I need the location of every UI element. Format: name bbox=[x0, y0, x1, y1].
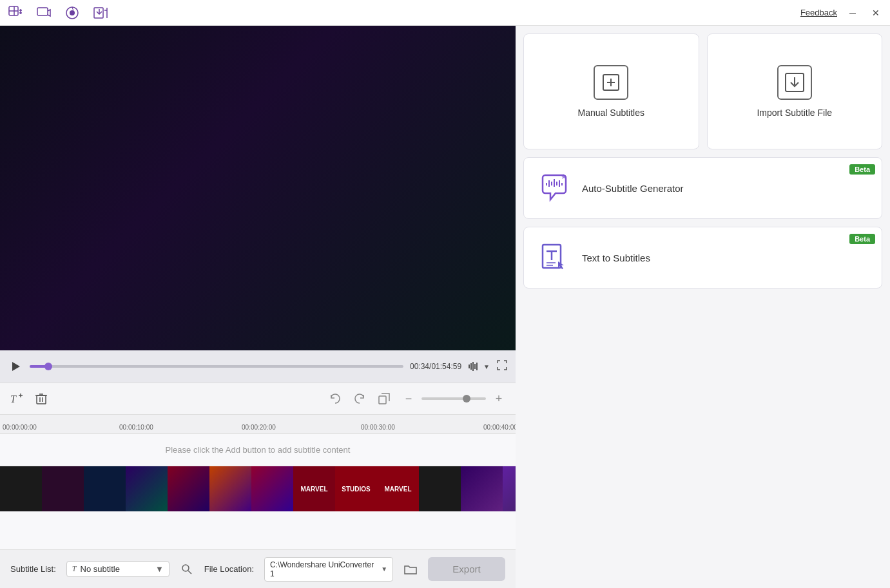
text-subtitle-card[interactable]: Beta Text to Subtitles bbox=[523, 227, 882, 289]
timeline-area: Please click the Add button to add subti… bbox=[0, 434, 516, 549]
svg-rect-6 bbox=[469, 365, 470, 368]
film-frame: STUDIOS bbox=[335, 466, 377, 511]
auto-subtitle-beta-badge: Beta bbox=[849, 164, 875, 175]
subtitle-options-row: Manual Subtitles Import Subtitle File bbox=[523, 33, 882, 149]
manual-subtitles-card[interactable]: Manual Subtitles bbox=[523, 33, 699, 149]
export-button[interactable]: Export bbox=[428, 557, 505, 581]
svg-rect-12 bbox=[37, 395, 46, 404]
add-subtitle-button[interactable]: T bbox=[8, 390, 26, 408]
progress-bar[interactable] bbox=[30, 365, 403, 368]
time-display: 00:34/01:54:59 bbox=[410, 362, 461, 371]
subtitle-placeholder: Please click the Add button to add subti… bbox=[166, 445, 351, 455]
timeline-toolbar-right: − + bbox=[326, 390, 508, 408]
text-subtitle-label: Text to Subtitles bbox=[582, 252, 650, 263]
undo-button[interactable] bbox=[326, 390, 344, 408]
svg-rect-1 bbox=[37, 8, 48, 15]
ruler-tick-0: 00:00:00:00 bbox=[3, 424, 37, 431]
film-frame bbox=[461, 466, 503, 511]
svg-rect-9 bbox=[474, 364, 476, 369]
ruler-tick-2: 00:00:20:00 bbox=[242, 424, 276, 431]
timeline-toolbar: T bbox=[0, 383, 516, 415]
film-frame bbox=[42, 466, 84, 511]
film-frame: MARVEL bbox=[377, 466, 419, 511]
import-button[interactable] bbox=[92, 4, 110, 22]
film-frame bbox=[0, 466, 42, 511]
text-subtitle-beta-badge: Beta bbox=[849, 234, 875, 244]
toolbar-left bbox=[6, 4, 110, 22]
film-frames: MARVEL STUDIOS MARVEL bbox=[0, 466, 516, 511]
svg-marker-5 bbox=[12, 362, 20, 371]
subtitle-content-area: Please click the Add button to add subti… bbox=[0, 434, 516, 466]
manual-subtitles-label: Manual Subtitles bbox=[577, 108, 644, 118]
title-bar: Feedback ─ ✕ bbox=[0, 0, 890, 26]
screen-record-button[interactable] bbox=[63, 4, 81, 22]
file-path-value: C:\Wondershare UniConverter 1 bbox=[270, 560, 377, 578]
svg-rect-10 bbox=[476, 363, 478, 370]
file-location-label: File Location: bbox=[204, 564, 254, 574]
import-subtitle-label: Import Subtitle File bbox=[757, 108, 832, 118]
video-area bbox=[0, 26, 516, 350]
subtitle-select[interactable]: T No subtitle ▼ bbox=[66, 561, 169, 577]
film-frame bbox=[84, 466, 126, 511]
ruler-tick-3: 00:00:30:00 bbox=[361, 424, 395, 431]
right-panel: Manual Subtitles Import Subtitle File Be… bbox=[516, 26, 890, 588]
film-strip: MARVEL STUDIOS MARVEL bbox=[0, 466, 516, 511]
audio-button[interactable]: ▼ bbox=[468, 360, 490, 373]
feedback-link[interactable]: Feedback bbox=[800, 8, 837, 17]
zoom-in-button[interactable]: + bbox=[490, 390, 508, 408]
film-frame: MARVEL bbox=[293, 466, 335, 511]
minimize-button[interactable]: ─ bbox=[845, 5, 860, 21]
file-path-select[interactable]: C:\Wondershare UniConverter 1 ▼ bbox=[264, 557, 393, 582]
progress-handle[interactable] bbox=[44, 363, 52, 370]
delete-subtitle-button[interactable] bbox=[32, 390, 50, 408]
svg-text:T: T bbox=[10, 394, 17, 404]
zoom-out-button[interactable]: − bbox=[400, 390, 418, 408]
auto-subtitle-label: Auto-Subtitle Generator bbox=[582, 183, 684, 194]
folder-browse-button[interactable] bbox=[403, 560, 418, 578]
play-button[interactable] bbox=[8, 359, 23, 374]
svg-rect-13 bbox=[379, 396, 386, 404]
film-frame bbox=[251, 466, 293, 511]
ruler-tick-1: 00:00:10:00 bbox=[119, 424, 153, 431]
svg-point-14 bbox=[182, 565, 189, 571]
timeline-toolbar-left: T bbox=[8, 390, 50, 408]
zoom-slider[interactable] bbox=[421, 397, 486, 400]
title-bar-right: Feedback ─ ✕ bbox=[800, 5, 884, 21]
subtitle-search-button[interactable] bbox=[180, 560, 194, 578]
subtitle-select-value: No subtitle bbox=[81, 564, 151, 574]
import-subtitle-card[interactable]: Import Subtitle File bbox=[707, 33, 883, 149]
subtitle-select-icon: T bbox=[72, 564, 77, 574]
film-frame bbox=[419, 466, 461, 511]
film-frame bbox=[209, 466, 251, 511]
fullscreen-button[interactable] bbox=[496, 359, 508, 374]
redo-button[interactable] bbox=[351, 390, 369, 408]
film-frame bbox=[126, 466, 168, 511]
close-button[interactable]: ✕ bbox=[868, 5, 884, 21]
zoom-handle[interactable] bbox=[463, 395, 470, 403]
manual-subtitles-icon bbox=[594, 65, 628, 100]
import-subtitle-icon bbox=[777, 65, 812, 100]
zoom-slider-container: − + bbox=[400, 390, 508, 408]
timeline-ruler: 00:00:00:00 00:00:10:00 00:00:20:00 00:0… bbox=[0, 415, 516, 434]
capture-button[interactable] bbox=[35, 4, 53, 22]
film-frame bbox=[503, 466, 516, 511]
player-controls: 00:34/01:54:59 ▼ bbox=[0, 350, 516, 383]
audio-dropdown-arrow[interactable]: ▼ bbox=[483, 363, 490, 370]
auto-subtitle-icon bbox=[537, 171, 572, 205]
bottom-bar: Subtitle List: T No subtitle ▼ File Loca… bbox=[0, 549, 516, 588]
copy-button[interactable] bbox=[375, 390, 393, 408]
main-container: 00:34/01:54:59 ▼ bbox=[0, 26, 890, 588]
text-subtitle-icon bbox=[537, 240, 572, 275]
subtitle-list-label: Subtitle List: bbox=[10, 564, 56, 574]
add-media-button[interactable] bbox=[6, 4, 24, 22]
subtitle-dropdown-arrow[interactable]: ▼ bbox=[155, 564, 164, 574]
ruler-tick-4: 00:00:40:00 bbox=[483, 424, 516, 431]
file-path-dropdown-arrow[interactable]: ▼ bbox=[381, 565, 387, 573]
film-frame bbox=[168, 466, 209, 511]
svg-rect-7 bbox=[470, 363, 472, 370]
svg-rect-8 bbox=[472, 362, 474, 371]
auto-subtitle-card[interactable]: Beta Auto-Subtitle Generator bbox=[523, 157, 882, 219]
left-panel: 00:34/01:54:59 ▼ bbox=[0, 26, 516, 588]
